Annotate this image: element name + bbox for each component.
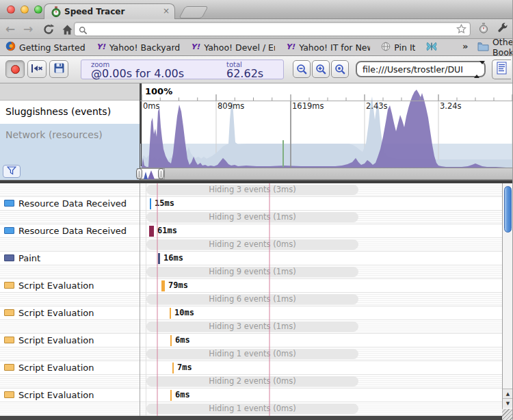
zoom-in-button[interactable]: [312, 60, 330, 78]
hiding-row[interactable]: Hiding 3 events (1ms): [0, 211, 502, 224]
hiding-pill[interactable]: Hiding 3 events (1ms): [146, 321, 358, 332]
zoom-fit-button[interactable]: [331, 60, 349, 78]
event-duration-label: 7ms: [177, 363, 192, 372]
zoom-window-button[interactable]: [34, 5, 42, 14]
event-label: Script Evaluation: [18, 390, 94, 400]
ruler-tick-label: 2.43s: [366, 101, 388, 111]
hiding-row[interactable]: Hiding 2 events (0ms): [0, 375, 502, 389]
sidebar-tab-network[interactable]: Network (resources): [0, 124, 140, 180]
scrollbar[interactable]: ▲ ▼: [502, 183, 513, 416]
hiding-row[interactable]: Hiding 1 events (0ms): [0, 347, 502, 361]
bookmark-item[interactable]: Y!Yahoo! Backyard: [96, 42, 181, 53]
event-duration-bar[interactable]: [149, 226, 154, 237]
other-bookmarks-folder[interactable]: Other Bookmarks: [477, 39, 513, 55]
minimize-window-button[interactable]: [21, 5, 29, 14]
scrubber-mini-peak: [148, 170, 155, 179]
hiding-pill[interactable]: Hiding 2 events (0ms): [146, 239, 358, 250]
total-value: 62.62s: [226, 68, 263, 79]
event-row[interactable]: Script Evaluation6ms: [0, 389, 502, 402]
scroll-down-button[interactable]: ▼: [503, 398, 513, 408]
event-type-swatch: [4, 391, 14, 398]
zoom-info-panel: zoom @0.00s for 4.00s total 62.62s: [81, 60, 284, 79]
event-duration-bar[interactable]: [172, 363, 174, 373]
event-duration-bar[interactable]: [170, 335, 172, 346]
report-button[interactable]: [492, 60, 511, 79]
hiding-pill[interactable]: Hiding 2 events (0ms): [146, 376, 358, 386]
hiding-pill[interactable]: Hiding 1 events (0ms): [146, 349, 358, 359]
bookmark-label: Getting Started: [19, 42, 86, 53]
wrench-menu-button[interactable]: [497, 23, 508, 37]
timeline-scrubber[interactable]: [140, 168, 513, 180]
event-row[interactable]: Script Evaluation7ms: [0, 361, 502, 375]
bookmark-item[interactable]: Pin It: [381, 42, 415, 53]
event-label: Script Evaluation: [18, 280, 94, 291]
other-bookmarks-label: Other Bookmarks: [492, 37, 513, 57]
filter-button[interactable]: [3, 165, 21, 178]
bookmark-item[interactable]: Getting Started: [5, 41, 86, 53]
scrubber-handle-right[interactable]: [158, 168, 164, 179]
overview-chart[interactable]: [140, 83, 513, 180]
event-duration-bar[interactable]: [170, 390, 172, 401]
hiding-row[interactable]: Hiding 6 events (1ms): [0, 293, 502, 306]
hiding-pill[interactable]: Hiding 6 events (1ms): [146, 294, 358, 304]
event-duration-bar[interactable]: [158, 253, 160, 264]
svg-text:Y!: Y!: [96, 42, 106, 51]
scrollbar-thumb[interactable]: [504, 186, 512, 233]
event-label: Script Evaluation: [18, 335, 94, 345]
yahoo-icon: Y!: [191, 42, 200, 53]
file-select[interactable]: file:///Users/trostler/DUI: [356, 61, 486, 77]
event-row[interactable]: Paint16ms: [0, 252, 502, 265]
event-row[interactable]: Script Evaluation10ms: [0, 306, 502, 320]
hiding-row[interactable]: Hiding 3 events (3ms): [0, 183, 502, 197]
event-row[interactable]: Resource Data Received15ms: [0, 197, 502, 211]
bookmarks-overflow-chevron[interactable]: »: [462, 41, 468, 51]
event-label-cell: Script Evaluation: [0, 361, 140, 374]
forward-button[interactable]: →: [23, 20, 33, 38]
speed-tracer-extension-button[interactable]: [478, 23, 489, 36]
omnibox[interactable]: [74, 22, 471, 36]
save-button[interactable]: [49, 60, 68, 78]
titlebar: Speed Tracer ×: [0, 0, 513, 19]
hiding-pill[interactable]: Hiding 9 events (1ms): [146, 267, 358, 277]
search-icon: [79, 25, 88, 38]
scrubber-handle-left[interactable]: [136, 168, 142, 179]
zoom-out-button[interactable]: [293, 60, 311, 78]
event-label: Script Evaluation: [18, 363, 94, 373]
event-row[interactable]: Resource Data Received61ms: [0, 224, 502, 238]
reset-button[interactable]: [27, 60, 47, 78]
tab-close-button[interactable]: ×: [163, 6, 170, 16]
close-window-button[interactable]: [7, 5, 15, 14]
browser-window: Speed Tracer × ← → Ge: [0, 0, 513, 420]
record-button[interactable]: [5, 60, 25, 78]
hiding-row[interactable]: Hiding 3 events (1ms): [0, 320, 502, 334]
resize-grip[interactable]: [502, 409, 513, 420]
event-row[interactable]: Script Evaluation6ms: [0, 334, 502, 347]
bookmark-item[interactable]: [426, 42, 437, 53]
bottom-bar: [0, 416, 502, 420]
bookmark-star-icon[interactable]: [456, 24, 466, 37]
ruler-tick-label: 0ms: [143, 101, 160, 111]
event-duration-bar[interactable]: [161, 280, 165, 291]
hiding-pill[interactable]: Hiding 1 events (0ms): [146, 404, 358, 414]
back-button[interactable]: ←: [5, 20, 15, 38]
event-label: Script Evaluation: [18, 308, 94, 318]
sidebar-tab-sluggishness[interactable]: Sluggishness (events): [0, 101, 140, 124]
event-duration-bar[interactable]: [170, 308, 171, 319]
event-row[interactable]: Script Evaluation79ms: [0, 279, 502, 293]
bookmark-item[interactable]: Y!Yahoo! IT for New H: [286, 42, 370, 53]
home-button[interactable]: [62, 23, 73, 40]
hiding-row[interactable]: Hiding 9 events (1ms): [0, 265, 502, 279]
folder-icon: [477, 42, 489, 53]
hiding-row[interactable]: Hiding 2 events (0ms): [0, 238, 502, 252]
hiding-pill[interactable]: Hiding 3 events (3ms): [146, 185, 358, 195]
new-tab-button[interactable]: [179, 6, 209, 18]
reload-button[interactable]: [42, 23, 55, 40]
bookmark-item[interactable]: Y!Yahoo! Devel / Engi: [191, 42, 275, 53]
hiding-pill[interactable]: Hiding 3 events (1ms): [146, 212, 358, 222]
browser-tab[interactable]: Speed Tracer ×: [44, 3, 175, 19]
event-label: Resource Data Received: [18, 226, 127, 236]
event-duration-bar[interactable]: [150, 198, 151, 209]
scroll-up-button[interactable]: ▲: [503, 389, 513, 398]
hiding-row[interactable]: Hiding 1 events (0ms): [0, 402, 502, 416]
record-icon: [11, 65, 20, 74]
